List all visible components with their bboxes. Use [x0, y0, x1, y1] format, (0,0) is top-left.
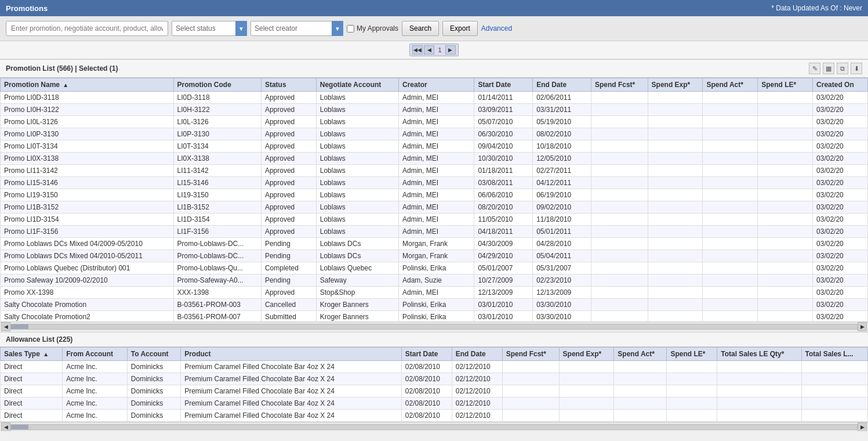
sort-arrow-name: ▲ [63, 82, 68, 88]
promo-cell [591, 189, 648, 201]
col-header-neg-account[interactable]: Negotiate Account [316, 78, 398, 92]
promotion-table-row[interactable]: Promo XX-1398XXX-1398ApprovedStop&ShopAd… [1, 287, 868, 299]
col-header-creator[interactable]: Creator [399, 78, 474, 92]
col-header-status[interactable]: Status [261, 78, 316, 92]
search-input[interactable] [6, 21, 168, 36]
promotion-table-row[interactable]: Promo LI15-3146LI15-3146ApprovedLoblawsA… [1, 177, 868, 189]
col-header-spend-fcst[interactable]: Spend Fcst* [591, 78, 648, 92]
my-approvals-checkbox[interactable] [347, 25, 354, 32]
promo-cell [703, 116, 758, 128]
allow-scroll-bottom[interactable]: ◀ ▶ [0, 422, 868, 431]
scroll-track[interactable] [10, 324, 858, 330]
allowance-table-row[interactable]: DirectAcme Inc.DominicksPremium Caramel … [1, 361, 868, 373]
promotion-table-row[interactable]: Promo LI0X-3138LI0X-3138ApprovedLoblawsA… [1, 153, 868, 165]
allow-scroll-right-btn[interactable]: ▶ [858, 422, 867, 432]
promo-cell: Approved [261, 104, 316, 116]
sort-arrow-sales-type: ▲ [43, 351, 49, 357]
promotion-table-row[interactable]: Promo LI0D-3118LI0D-3118ApprovedLoblawsA… [1, 92, 868, 104]
promotion-table-row[interactable]: Salty Chocolate PromotionB-03561-PROM-00… [1, 299, 868, 311]
allow-scroll-track[interactable] [10, 424, 858, 430]
col-header-allow-spend-fcst[interactable]: Spend Fcst* [502, 348, 559, 361]
col-header-allow-end-date[interactable]: End Date [452, 348, 502, 361]
promotion-table-row[interactable]: Promo LI0H-3122LI0H-3122ApprovedLoblawsA… [1, 104, 868, 116]
col-header-allow-spend-exp[interactable]: Spend Exp* [559, 348, 614, 361]
col-header-to-account[interactable]: To Account [127, 348, 180, 361]
my-approvals-label: My Approvals [357, 24, 398, 32]
col-header-spend-exp[interactable]: Spend Exp* [648, 78, 703, 92]
download-icon-btn[interactable]: ⬇ [851, 63, 862, 74]
prev-page-btn[interactable]: ◀ [424, 45, 434, 55]
promo-cell: 03/02/20 [813, 262, 868, 274]
col-header-end-date[interactable]: End Date [533, 78, 591, 92]
allowance-table-row[interactable]: DirectAcme Inc.DominicksPremium Caramel … [1, 410, 868, 422]
scroll-left-btn[interactable]: ◀ [1, 322, 10, 331]
promotion-table-row[interactable]: Promo LI1F-3156LI1F-3156ApprovedLoblawsA… [1, 226, 868, 238]
promo-cell: Loblaws [316, 92, 398, 104]
promo-cell: Loblaws [316, 128, 398, 140]
allowance-list-section: Allowance List (225) Sales Type ▲ From A… [0, 332, 868, 431]
promotion-table-row[interactable]: Promo Loblaws Quebec (Distributor) 001Pr… [1, 262, 868, 274]
grid-icon-btn[interactable]: ▦ [823, 63, 834, 74]
scroll-right-btn[interactable]: ▶ [858, 322, 867, 331]
advanced-link[interactable]: Advanced [481, 24, 512, 32]
promo-cell: 10/27/2009 [474, 274, 533, 287]
search-button[interactable]: Search [402, 21, 439, 36]
col-header-spend-act[interactable]: Spend Act* [703, 78, 758, 92]
col-header-product[interactable]: Product [181, 348, 402, 361]
promo-cell [591, 214, 648, 226]
promotion-list-actions: ✎ ▦ ⧉ ⬇ [809, 63, 862, 74]
allow-cell [801, 361, 867, 373]
promo-cell: Admin, MEI [399, 104, 474, 116]
creator-select[interactable]: Select creator [250, 21, 343, 36]
col-header-promo-code[interactable]: Promotion Code [173, 78, 261, 92]
promotion-table-row[interactable]: Promo LI1B-3152LI1B-3152ApprovedLoblawsA… [1, 201, 868, 214]
pagination-controls: ◀◀ ◀ 1 ▶ [409, 44, 458, 56]
promotion-table-row[interactable]: Promo LI0T-3134LI0T-3134ApprovedLoblawsA… [1, 140, 868, 153]
edit-icon-btn[interactable]: ✎ [809, 63, 820, 74]
promotion-table-row[interactable]: Promo Loblaws DCs Mixed 04/2009-05/2010P… [1, 238, 868, 250]
promotion-table-row[interactable]: Promo LI0P-3130LI0P-3130ApprovedLoblawsA… [1, 128, 868, 140]
col-header-promotion-name[interactable]: Promotion Name ▲ [1, 78, 174, 92]
allow-cell: Direct [1, 373, 63, 385]
promo-cell: 03/02/20 [813, 165, 868, 177]
promotion-table-row[interactable]: Promo LI11-3142LI11-3142ApprovedLoblawsA… [1, 165, 868, 177]
promotion-table-row[interactable]: Promo LI1D-3154LI1D-3154ApprovedLoblawsA… [1, 214, 868, 226]
promo-cell: Stop&Shop [316, 287, 398, 299]
promo-cell [758, 116, 813, 128]
next-page-btn[interactable]: ▶ [445, 45, 456, 55]
col-header-created-on[interactable]: Created On [813, 78, 868, 92]
promo-cell: LI1B-3152 [173, 201, 261, 214]
promotion-table-row[interactable]: Salty Chocolate Promotion2B-03561-PROM-0… [1, 311, 868, 322]
promo-cell: Loblaws [316, 140, 398, 153]
col-header-total-sales-l[interactable]: Total Sales L... [801, 348, 867, 361]
col-header-total-sales-le-qty[interactable]: Total Sales LE Qty* [717, 348, 801, 361]
promotion-table-row[interactable]: Promo Safeway 10/2009-02/2010Promo-Safew… [1, 274, 868, 287]
promo-cell: 03/02/20 [813, 214, 868, 226]
promo-cell: Loblaws [316, 226, 398, 238]
promo-cell: 03/02/20 [813, 104, 868, 116]
allowance-table-row[interactable]: DirectAcme Inc.DominicksPremium Caramel … [1, 385, 868, 397]
promo-cell: 10/18/2010 [533, 140, 591, 153]
promo-cell: 05/19/2010 [533, 116, 591, 128]
first-page-btn[interactable]: ◀◀ [412, 45, 423, 55]
copy-icon-btn[interactable]: ⧉ [837, 63, 848, 74]
promo-cell [758, 165, 813, 177]
promotion-table-row[interactable]: Promo Loblaws DCs Mixed 04/2010-05/2011P… [1, 250, 868, 262]
col-header-from-account[interactable]: From Account [63, 348, 128, 361]
col-header-allow-start-date[interactable]: Start Date [401, 348, 452, 361]
status-select[interactable]: Select status [172, 21, 247, 36]
allowance-table-row[interactable]: DirectAcme Inc.DominicksPremium Caramel … [1, 373, 868, 385]
allowance-table-row[interactable]: DirectAcme Inc.DominicksPremium Caramel … [1, 397, 868, 410]
allow-scroll-left-btn[interactable]: ◀ [1, 422, 10, 432]
promo-cell [648, 140, 703, 153]
col-header-start-date[interactable]: Start Date [474, 78, 533, 92]
col-header-allow-spend-le[interactable]: Spend LE* [667, 348, 717, 361]
col-header-allow-spend-act[interactable]: Spend Act* [614, 348, 667, 361]
promo-scroll-bottom[interactable]: ◀ ▶ [0, 321, 868, 331]
promotion-table-row[interactable]: Promo LI19-3150LI19-3150ApprovedLoblawsA… [1, 189, 868, 201]
promotion-table-row[interactable]: Promo LI0L-3126LI0L-3126ApprovedLoblawsA… [1, 116, 868, 128]
export-button[interactable]: Export [442, 21, 478, 36]
promo-cell: 03/02/20 [813, 299, 868, 311]
col-header-sales-type[interactable]: Sales Type ▲ [1, 348, 63, 361]
col-header-spend-le[interactable]: Spend LE* [758, 78, 813, 92]
